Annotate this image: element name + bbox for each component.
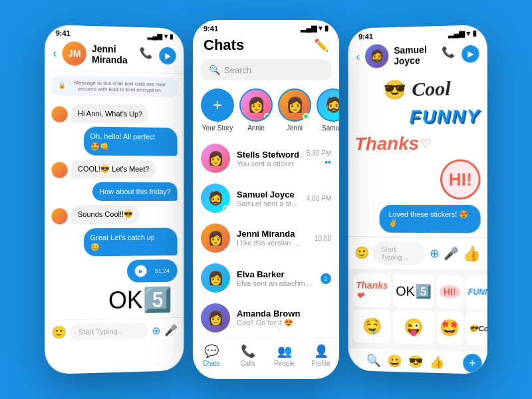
sticker-funny-text: FUNNY: [468, 287, 487, 297]
nav-label: Profile: [311, 360, 330, 367]
mic-button[interactable]: 🎤: [164, 324, 178, 336]
sticker-cool-text: 😎Cool: [469, 324, 487, 333]
list-name: Elva Barker: [237, 269, 314, 279]
chats-title: Chats: [203, 37, 244, 54]
sticker-face-nav[interactable]: 😎: [408, 354, 423, 370]
sender-avatar: [51, 106, 67, 123]
time-center: 9:41: [203, 25, 218, 33]
chat-header: ‹ JM Jenni Miranda 📞 ▶: [45, 38, 184, 74]
sticker-item-star[interactable]: 🤩: [437, 311, 463, 345]
search-bar[interactable]: 🔍 Search: [201, 59, 331, 80]
read-check: ✓✓: [401, 220, 412, 227]
thumbs-up-icon[interactable]: 👍: [462, 245, 480, 263]
status-bar-center: 9:41 ▂▄▆ ▾ ▮: [193, 20, 339, 34]
list-item[interactable]: 🧔 Samuel Joyce Samuel sent a sticker 4:0…: [193, 178, 339, 218]
list-meta: 5:30 PM ••: [307, 150, 331, 168]
sticker-emoji-nav[interactable]: 😀: [387, 354, 402, 368]
story-label: Your Story: [202, 124, 233, 132]
battery-icon-c: ▮: [325, 24, 329, 33]
sticker-emoji-icon[interactable]: 🙂: [354, 245, 369, 260]
sticker-thumbs-nav[interactable]: 👍: [430, 354, 444, 370]
back-button[interactable]: ‹: [53, 46, 57, 60]
chat-list: 👩 Stells Stefword You sent a sticker 5:3…: [193, 138, 339, 338]
list-avatar-stells: 👩: [201, 144, 230, 173]
thanks-sticker: Thanks ♡: [354, 133, 431, 155]
sticker-item-drool[interactable]: 🤤: [353, 309, 390, 343]
battery-icon: ▮: [170, 33, 174, 40]
bottom-nav: 💬 Chats 📞 Calls 👥 People 👤 Profile: [193, 338, 339, 370]
signal-icon: ▂▄▆: [147, 32, 162, 40]
nav-chats[interactable]: 💬 Chats: [193, 344, 229, 367]
add-sticker-button[interactable]: +: [463, 354, 481, 373]
chats-header: Chats ✏️: [193, 34, 339, 59]
time-right: 9:41: [358, 32, 373, 40]
sticker-panel: 🙂 Start Typing... ⊕ 🎤 👍 Thanks❤ OK5️⃣ HI…: [348, 236, 487, 374]
sunglasses-emoji: 😎: [384, 79, 407, 100]
sticker-item-hi[interactable]: HI!: [437, 275, 463, 309]
sticker-nav-icons: 🔍 😀 😎 👍: [353, 353, 458, 370]
sticker-plus[interactable]: ⊕: [430, 246, 440, 261]
list-avatar-elva: 👩: [201, 263, 230, 293]
list-info: Jenni Miranda I like this version 😍🤩: [237, 229, 308, 247]
message-row: Hi Anni, What's Up?: [51, 104, 177, 124]
sticker-item-ok[interactable]: OK5️⃣: [393, 275, 434, 309]
message-row: Sounds Cool!!😎: [51, 205, 177, 224]
story-avatar-samuel[interactable]: 🧔: [317, 88, 339, 122]
play-button[interactable]: ▶: [135, 265, 147, 277]
secure-text: Message to this chat and calls are now s…: [68, 80, 171, 94]
message-bubble: COOL!😎 Let's Meet?: [71, 159, 156, 178]
loved-message: Loved these stickers! 😍✌️ ✓✓: [380, 205, 481, 233]
list-item[interactable]: 👩 Amanda Brown Cool! Go for it 😍: [193, 298, 339, 338]
story-jenni[interactable]: 👩 Jenni: [278, 88, 311, 132]
sticker-search-icon[interactable]: 🔍: [366, 353, 381, 368]
stories-row: + Your Story 👩 Annie 👩 Jenni 🧔: [193, 86, 339, 138]
left-phone: 9:41 ▂▄▆ ▾ ▮ ‹ JM Jenni Miranda 📞 ▶ 🔒 Me…: [45, 25, 184, 374]
video-icon-right: ▶: [467, 49, 473, 59]
back-button-right[interactable]: ‹: [356, 50, 360, 64]
call-icon-right[interactable]: 📞: [442, 46, 455, 64]
hi-sticker: HI!: [440, 159, 481, 200]
status-icons-center: ▂▄▆ ▾ ▮: [301, 24, 329, 33]
list-item[interactable]: 👩 Stells Stefword You sent a sticker 5:3…: [193, 138, 339, 178]
list-item[interactable]: 👩 Elva Barker Elva sent an attachment 2: [193, 258, 339, 298]
call-icon[interactable]: 📞: [140, 47, 153, 64]
message-bubble: Great Let's catch up 😊 ✓✓: [83, 227, 177, 256]
emoji-button[interactable]: 🙂: [51, 325, 66, 340]
nav-people[interactable]: 👥 People: [266, 344, 303, 367]
sticker-item-cool[interactable]: 😎Cool: [466, 311, 487, 346]
sticker-item-funny[interactable]: FUNNY: [466, 275, 487, 309]
story-samuel[interactable]: 🧔 Samuel: [317, 88, 339, 132]
sticker-item-thanks[interactable]: Thanks❤: [353, 274, 390, 307]
video-call-button[interactable]: ▶: [159, 47, 176, 65]
right-chat-avatar: 🧔: [365, 44, 388, 68]
edit-button[interactable]: ✏️: [314, 38, 329, 53]
wifi-icon: ▾: [164, 33, 168, 40]
list-time: 5:30 PM: [307, 150, 331, 157]
right-header-icons: 📞 ▶: [442, 45, 479, 64]
input-placeholder: Start Typing...: [78, 327, 124, 336]
calls-nav-icon: 📞: [241, 344, 255, 358]
story-add[interactable]: + Your Story: [201, 88, 234, 132]
cool-text: Cool: [412, 77, 450, 100]
online-dot: [264, 113, 271, 120]
sticker-mic[interactable]: 🎤: [444, 246, 458, 261]
list-info: Elva Barker Elva sent an attachment: [237, 269, 314, 287]
add-story-circle[interactable]: +: [201, 88, 234, 122]
list-avatar-samuel: 🧔: [201, 184, 230, 213]
message-bubble: Sounds Cool!!😎: [71, 205, 140, 224]
sticker-item-wink[interactable]: 😜: [393, 310, 434, 344]
attachment-button[interactable]: ⊕: [152, 324, 160, 336]
nav-profile[interactable]: 👤 Profile: [303, 344, 339, 367]
list-meta: 4:00 PM: [307, 195, 331, 202]
list-item[interactable]: 👩 Jenni Miranda I like this version 😍🤩 1…: [193, 218, 339, 258]
story-avatar-annie[interactable]: 👩: [239, 88, 273, 122]
message-input[interactable]: Start Typing...: [70, 323, 148, 340]
video-button-right[interactable]: ▶: [462, 45, 479, 63]
nav-calls[interactable]: 📞 Calls: [229, 344, 266, 367]
sticker-message-input[interactable]: Start Typing...: [373, 241, 426, 266]
list-preview: You sent a sticker: [237, 160, 300, 168]
story-annie[interactable]: 👩 Annie: [239, 88, 273, 132]
message-bubble: Hi Anni, What's Up?: [71, 104, 149, 124]
story-avatar-jenni[interactable]: 👩: [278, 88, 311, 122]
secure-notice: 🔒 Message to this chat and calls are now…: [51, 75, 177, 98]
